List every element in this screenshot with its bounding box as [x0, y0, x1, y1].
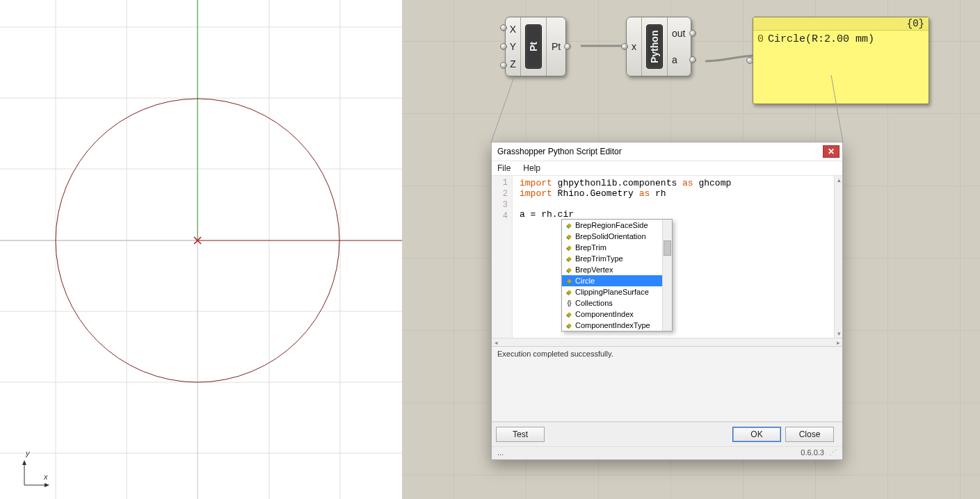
autocomplete-label: Collections: [575, 299, 613, 307]
axis-label-x: x: [44, 473, 48, 481]
class-icon: [564, 288, 574, 296]
autocomplete-item[interactable]: ComponentIndex: [562, 309, 672, 320]
panel-row-index: 0: [757, 33, 764, 45]
autocomplete-label: ClippingPlaneSurface: [575, 288, 649, 296]
pt-input-x[interactable]: X: [508, 24, 517, 35]
python-input-x[interactable]: x: [629, 41, 638, 52]
autocomplete-label: BrepVertex: [575, 265, 613, 274]
editor-menubar: File Help: [492, 161, 842, 176]
version-label: 0.6.0.3: [801, 448, 824, 457]
status-strip-left: ...: [497, 448, 504, 457]
autocomplete-popup[interactable]: BrepRegionFaceSideBrepSolidOrientationBr…: [561, 219, 673, 332]
cplane-axis-icon: y x: [17, 457, 59, 492]
pt-input-z[interactable]: Z: [508, 58, 517, 69]
component-construct-point[interactable]: X Y Z Pt Pt: [505, 17, 566, 76]
panel-input-grip[interactable]: [746, 57, 753, 64]
menu-file[interactable]: File: [497, 163, 511, 173]
autocomplete-item[interactable]: BrepRegionFaceSide: [562, 220, 672, 231]
svg-marker-16: [22, 460, 26, 465]
python-output-a[interactable]: a: [672, 54, 688, 65]
code-vertical-scrollbar[interactable]: ▴ ▾: [834, 176, 842, 338]
resize-grip-icon[interactable]: ⋰: [829, 448, 837, 457]
code-editor[interactable]: 1 2 3 4 import ghpythonlib.components as…: [492, 176, 842, 347]
pt-output[interactable]: Pt: [549, 41, 563, 52]
autocomplete-label: BrepRegionFaceSide: [575, 221, 648, 229]
autocomplete-item[interactable]: Circle: [562, 275, 672, 286]
python-output-out[interactable]: out: [672, 28, 688, 39]
test-button[interactable]: Test: [496, 427, 545, 442]
viewport-grid: [0, 0, 402, 499]
editor-titlebar[interactable]: Grasshopper Python Script Editor ✕: [492, 142, 842, 161]
class-icon: [564, 310, 574, 318]
code-text[interactable]: import ghpythonlib.components as ghcomp …: [520, 178, 833, 220]
component-python[interactable]: x Python out a: [626, 17, 691, 76]
class-icon: [564, 265, 574, 274]
svg-marker-18: [45, 483, 49, 487]
namespace-icon: [564, 299, 574, 307]
close-button[interactable]: ✕: [823, 145, 840, 158]
python-editor-window[interactable]: Grasshopper Python Script Editor ✕ File …: [491, 142, 843, 460]
panel-row-text: Circle(R:2.00 mm): [768, 33, 874, 45]
scroll-up-icon[interactable]: ▴: [835, 176, 843, 184]
editor-title: Grasshopper Python Script Editor: [497, 147, 622, 156]
menu-help[interactable]: Help: [523, 163, 540, 173]
class-icon: [564, 221, 574, 229]
scroll-down-icon[interactable]: ▾: [835, 329, 843, 338]
axis-label-y: y: [26, 449, 30, 457]
class-icon: [564, 232, 574, 240]
autocomplete-label: BrepTrim: [575, 243, 607, 252]
autocomplete-item[interactable]: BrepSolidOrientation: [562, 231, 672, 242]
autocomplete-item[interactable]: ComponentIndexType: [562, 320, 672, 331]
autocomplete-label: ComponentIndexType: [575, 321, 650, 329]
rhino-viewport[interactable]: y x: [0, 0, 402, 499]
class-icon: [564, 243, 574, 252]
ok-button[interactable]: OK: [732, 427, 781, 442]
autocomplete-item[interactable]: BrepTrim: [562, 242, 672, 253]
autocomplete-scrollbar[interactable]: [662, 220, 672, 331]
panel-component[interactable]: {0} 0Circle(R:2.00 mm): [753, 17, 929, 104]
code-horizontal-scrollbar[interactable]: ◂ ▸: [492, 338, 842, 346]
autocomplete-label: ComponentIndex: [575, 310, 634, 318]
class-icon: [564, 277, 574, 285]
panel-body: 0Circle(R:2.00 mm): [753, 31, 929, 48]
panel-header: {0}: [753, 17, 929, 31]
close-editor-button[interactable]: Close: [785, 427, 834, 442]
class-icon: [564, 321, 574, 329]
autocomplete-item[interactable]: BrepVertex: [562, 264, 672, 275]
scroll-right-icon[interactable]: ▸: [834, 338, 842, 347]
pt-input-y[interactable]: Y: [508, 41, 517, 52]
class-icon: [564, 254, 574, 263]
python-label: Python: [646, 24, 663, 69]
editor-output-pane: Execution completed successfully.: [492, 347, 842, 422]
autocomplete-item[interactable]: ClippingPlaneSurface: [562, 286, 672, 297]
autocomplete-label: BrepTrimType: [575, 254, 623, 263]
line-gutter: 1 2 3 4: [492, 176, 513, 338]
scroll-left-icon[interactable]: ◂: [492, 338, 500, 347]
autocomplete-label: Circle: [575, 277, 595, 285]
editor-button-bar: Test OK Close: [492, 422, 842, 446]
close-icon: ✕: [828, 147, 835, 156]
autocomplete-item[interactable]: BrepTrimType: [562, 253, 672, 264]
execution-status: Execution completed successfully.: [497, 350, 613, 358]
autocomplete-label: BrepSolidOrientation: [575, 232, 646, 240]
autocomplete-item[interactable]: Collections: [562, 297, 672, 309]
pt-label: Pt: [525, 24, 542, 69]
editor-status-strip: ... 0.6.0.3 ⋰: [492, 446, 842, 459]
